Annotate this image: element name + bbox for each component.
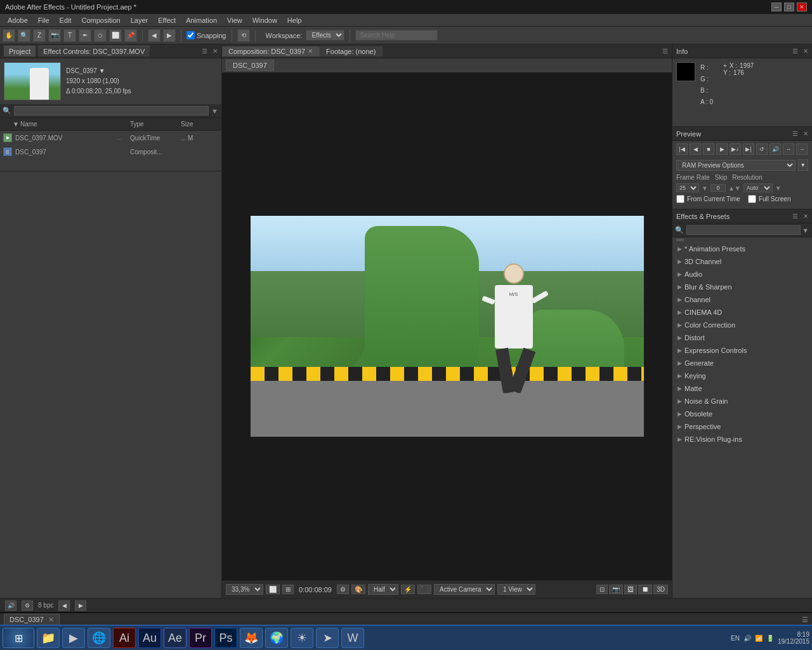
next-comp-btn[interactable]: ▶ <box>75 600 86 611</box>
taskbar-word[interactable]: W <box>341 628 364 648</box>
comp-main-tab[interactable]: Composition: DSC_0397 ✕ <box>222 46 320 56</box>
workspace-dropdown[interactable]: Effects <box>306 30 344 41</box>
pixel-aspect-btn[interactable]: ⊞ <box>282 585 294 594</box>
taskbar-arrow[interactable]: ➤ <box>316 628 339 648</box>
prev-comp-btn[interactable]: ◀ <box>58 600 70 611</box>
fit-comp-btn[interactable]: ⬜ <box>266 585 280 594</box>
timeline-tab-close[interactable]: ✕ <box>48 616 54 623</box>
list-item[interactable]: C DSC_0397 Composit... <box>0 145 221 159</box>
taskbar-premiere[interactable]: Pr <box>189 628 212 648</box>
search-input[interactable] <box>355 30 438 41</box>
footage-tab[interactable]: Footage: (none) <box>320 46 383 56</box>
list-item[interactable]: ▶ DSC_0397.MOV ... QuickTime ... M <box>0 131 221 145</box>
effect-expression-controls[interactable]: ▶ Expression Controls <box>672 344 812 357</box>
scrub-btn[interactable]: ↔ <box>783 143 794 155</box>
fast-preview-btn[interactable]: ⚡ <box>401 585 415 594</box>
info-tab[interactable]: Info <box>676 48 688 55</box>
pen-tool[interactable]: ✒ <box>79 29 91 42</box>
comp-inner-tab[interactable]: DSC_0397 <box>226 60 274 71</box>
menu-effect[interactable]: Effect <box>153 15 181 25</box>
info-panel-close[interactable]: ✕ <box>803 48 808 55</box>
first-frame-btn[interactable]: |◀ <box>676 143 688 155</box>
info-panel-menu[interactable]: ☰ <box>792 48 798 55</box>
effects-panel-close[interactable]: ✕ <box>803 213 808 220</box>
comp-settings-btn[interactable]: ⚙ <box>337 585 349 594</box>
taskbar-firefox[interactable]: 🦊 <box>240 628 263 648</box>
loop-btn[interactable]: ↺ <box>756 143 768 155</box>
effect-revision-plugins[interactable]: ▶ RE:Vision Plug-ins <box>672 433 812 446</box>
color-mode-btn[interactable]: 🎨 <box>351 585 365 594</box>
ram-preview-dropdown[interactable]: RAM Preview Options <box>676 160 796 171</box>
frame-rate-input[interactable]: 25 <box>676 183 699 192</box>
skip-input[interactable] <box>710 184 726 192</box>
last-frame-btn[interactable]: ▶| <box>743 143 754 155</box>
text-tool[interactable]: T <box>63 29 76 42</box>
minimize-button[interactable]: ─ <box>771 3 782 11</box>
effects-search-input[interactable] <box>686 225 801 235</box>
snapping-checkbox[interactable] <box>187 31 195 39</box>
maximize-button[interactable]: □ <box>784 3 794 11</box>
start-button[interactable]: ⊞ <box>3 628 34 648</box>
menu-animation[interactable]: Animation <box>181 15 222 25</box>
preview-panel-menu[interactable]: ☰ <box>792 130 798 137</box>
snapping-toggle[interactable]: Snapping <box>187 31 226 39</box>
project-panel-menu[interactable]: ☰ <box>202 48 207 55</box>
menu-file[interactable]: File <box>33 15 55 25</box>
effects-panel-menu[interactable]: ☰ <box>792 213 798 220</box>
puppet-tool[interactable]: 📌 <box>124 29 137 42</box>
effect-generate[interactable]: ▶ Generate <box>672 357 812 369</box>
show-channel-btn[interactable]: 🔲 <box>638 585 652 594</box>
zoom-tool[interactable]: Z <box>33 29 46 42</box>
transparency-btn[interactable]: ⬛ <box>417 585 431 594</box>
taskbar-photoshop[interactable]: Ps <box>214 628 237 648</box>
search-options-icon[interactable]: ▼ <box>211 107 218 115</box>
play-btn[interactable]: ▶ <box>716 143 728 155</box>
preview-tab[interactable]: Preview <box>676 130 701 138</box>
taskbar-browser-ie[interactable]: 🌐 <box>88 628 110 648</box>
export-btn[interactable]: → <box>796 143 808 155</box>
mask-tool[interactable]: ◇ <box>94 29 107 42</box>
region-of-interest-btn[interactable]: ⊡ <box>596 585 608 594</box>
effect-obsolete[interactable]: ▶ Obsolete <box>672 408 812 420</box>
taskbar-illustrator[interactable]: Ai <box>113 628 136 648</box>
effect-keying[interactable]: ▶ Keying <box>672 369 812 382</box>
effect-blur-sharpen[interactable]: ▶ Blur & Sharpen <box>672 281 812 293</box>
mute-btn[interactable]: 🔊 <box>769 143 781 155</box>
effect-perspective[interactable]: ▶ Perspective <box>672 420 812 433</box>
3d-view-btn[interactable]: 3D <box>653 585 668 594</box>
view-count-dropdown[interactable]: 1 View <box>497 584 535 595</box>
resolution-dropdown[interactable]: Auto <box>743 183 773 192</box>
quality-dropdown[interactable]: Half <box>368 584 398 595</box>
timeline-menu[interactable]: ☰ <box>802 616 808 624</box>
full-screen-checkbox[interactable] <box>748 195 756 203</box>
effect-matte[interactable]: ▶ Matte <box>672 382 812 395</box>
menu-composition[interactable]: Composition <box>77 15 126 25</box>
effect-distort[interactable]: ▶ Distort <box>672 331 812 344</box>
ram-indicator[interactable]: 🔊 <box>5 600 16 611</box>
hand-tool[interactable]: 🔍 <box>18 29 30 42</box>
comp-snapshot-btn[interactable]: 📷 <box>609 585 623 594</box>
project-settings[interactable]: ⚙ <box>22 600 33 611</box>
menu-edit[interactable]: Edit <box>55 15 77 25</box>
project-panel-close[interactable]: ✕ <box>213 48 218 55</box>
menu-window[interactable]: Window <box>247 15 282 25</box>
close-button[interactable]: ✕ <box>797 3 807 11</box>
from-current-checkbox[interactable] <box>676 195 684 203</box>
camera-tool[interactable]: 📷 <box>48 29 61 42</box>
effects-search-down[interactable]: ▼ <box>802 227 809 234</box>
menu-help[interactable]: Help <box>282 15 307 25</box>
shape-tool[interactable]: ⬜ <box>109 29 122 42</box>
taskbar-audition[interactable]: Au <box>138 628 161 648</box>
ram-preview-options-btn[interactable]: ▼ <box>798 159 808 171</box>
taskbar-sun[interactable]: ☀ <box>291 628 313 648</box>
menu-layer[interactable]: Layer <box>126 15 154 25</box>
project-tab[interactable]: Project <box>4 46 36 56</box>
effect-controls-tab[interactable]: Effect Controls: DSC_0397.MOV <box>38 46 150 56</box>
effect-noise-grain[interactable]: ▶ Noise & Grain <box>672 395 812 408</box>
stop-btn[interactable]: ■ <box>703 143 714 155</box>
taskbar-globe[interactable]: 🌍 <box>265 628 288 648</box>
comp-panel-menu[interactable]: ☰ <box>662 48 672 55</box>
taskbar-after-effects[interactable]: Ae <box>164 628 187 648</box>
audio-play-btn[interactable]: ▶♪ <box>730 143 741 155</box>
prev-frame-btn[interactable]: ◀ <box>690 143 701 155</box>
